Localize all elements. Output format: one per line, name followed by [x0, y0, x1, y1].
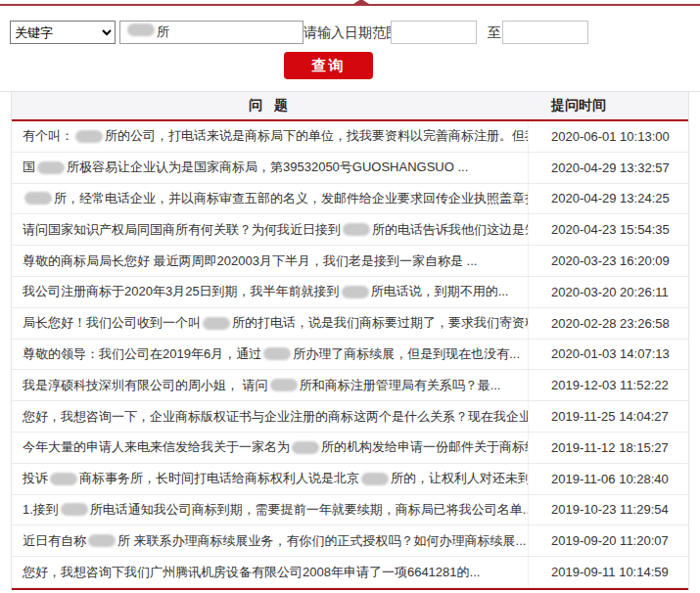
page: 关键字 所 请输入日期范围 至 查询 问 题 提问时间 有个叫：所的公司，打电话… [0, 0, 700, 593]
table-header-row: 问 题 提问时间 [12, 92, 688, 119]
redacted-text [343, 223, 370, 236]
question-text: 我公司注册商标于2020年3月25日到期，我半年前就接到 [23, 283, 340, 300]
time-cell: 2020-04-29 13:24:25 [529, 191, 688, 205]
date-from-input[interactable] [391, 21, 477, 44]
keyword-input[interactable]: 所 [119, 21, 303, 44]
time-cell: 2019-10-23 11:29:54 [529, 502, 688, 517]
question-text: 所和商标注册管理局有关系吗？最... [300, 377, 501, 394]
question-text: 所办理了商标续展，但是到现在也没有... [293, 345, 520, 363]
question-cell[interactable]: 今年大量的申请人来电来信发给我关于一家名为所的机构发给申请一份邮件关于商标续..… [12, 433, 529, 463]
redacted-text [50, 473, 77, 485]
date-range-label: 请输入日期范围 [303, 24, 399, 42]
table-row[interactable]: 尊敬的商标局局长您好 最近两周即202003月下半月，我们老是接到一家自称是 .… [12, 246, 688, 277]
table-row[interactable]: 您好，我想咨询下我们广州腾讯机房设备有限公司2008年申请了一项6641281的… [12, 557, 688, 588]
table-row[interactable]: 近日有自称 所 来联系办理商标续展业务，有你们的正式授权吗？如何办理商标续展..… [12, 525, 688, 557]
question-table: 问 题 提问时间 有个叫：所的公司，打电话来说是商标局下的单位，找我要资料以完善… [11, 92, 689, 590]
table-row[interactable]: 所，经常电话企业，并以商标审查五部的名义，发邮件给企业要求回传企业执照盖章扫..… [12, 184, 688, 215]
question-cell[interactable]: 您好，我想咨询一下，企业商标版权证书与企业注册的商标这两个是什么关系？现在我企业… [12, 401, 529, 432]
question-text: 有个叫： [23, 127, 73, 145]
redacted-text [127, 23, 155, 36]
table-row[interactable]: 今年大量的申请人来电来信发给我关于一家名为所的机构发给申请一份邮件关于商标续..… [12, 433, 688, 464]
question-text: 请问国家知识产权局同国商所有何关联？为何我近日接到 [23, 221, 341, 239]
time-cell: 2020-03-23 16:20:09 [529, 253, 688, 268]
redacted-text [203, 317, 230, 330]
question-text: 今年大量的申请人来电来信发给我关于一家名为 [23, 438, 290, 456]
question-text: 所，经常电话企业，并以商标审查五部的名义，发邮件给企业要求回传企业执照盖章扫..… [54, 190, 529, 207]
time-cell: 2019-11-12 18:15:27 [529, 440, 688, 455]
question-text: 所的公司，打电话来说是商标局下的单位，找我要资料以完善商标注册。但我... [105, 127, 529, 145]
question-cell[interactable]: 我是淳硕科技深圳有限公司的周小姐， 请问所和商标注册管理局有关系吗？最... [12, 370, 529, 400]
question-text: 1.接到 [23, 501, 59, 519]
table-row[interactable]: 投诉商标事务所，长时间打电话给商标权利人说是北京所的，让权利人对还未到续... … [12, 464, 688, 495]
time-cell: 2020-04-29 13:32:57 [529, 160, 688, 175]
redacted-text [342, 286, 369, 298]
time-cell: 2020-03-20 20:26:11 [529, 285, 688, 299]
question-column-header: 问 题 [12, 97, 529, 114]
redacted-text [61, 503, 88, 516]
question-cell[interactable]: 局长您好！我们公司收到一个叫所的打电话，说是我们商标要过期了，要求我们寄资料..… [12, 308, 529, 339]
time-cell: 2019-09-20 11:20:07 [529, 533, 688, 548]
redacted-text [270, 379, 298, 391]
question-text: 所 来联系办理商标续展业务，有你们的正式授权吗？如何办理商标续展... [117, 532, 526, 550]
question-text: 投诉 [23, 470, 48, 487]
table-row[interactable]: 我是淳硕科技深圳有限公司的周小姐， 请问所和商标注册管理局有关系吗？最... 2… [12, 370, 688, 401]
table-row[interactable]: 我公司注册商标于2020年3月25日到期，我半年前就接到所电话说，到期不用的..… [12, 277, 688, 308]
table-row[interactable]: 有个叫：所的公司，打电话来说是商标局下的单位，找我要资料以完善商标注册。但我..… [12, 121, 688, 153]
question-text: 所极容易让企业认为是国家商标局，第39532050号GUOSHANGSUO ..… [67, 159, 468, 176]
time-cell: 2019-11-25 14:04:27 [529, 409, 688, 424]
question-cell[interactable]: 请问国家知识产权局同国商所有何关联？为何我近日接到所的电话告诉我他们这边是知..… [12, 214, 529, 245]
time-cell: 2019-12-03 11:52:22 [529, 378, 688, 392]
question-cell[interactable]: 1.接到所电话通知我公司商标到期，需要提前一年就要续期，商标局已将我公司名单..… [12, 495, 529, 525]
question-text: 所的机构发给申请一份邮件关于商标续... [321, 438, 529, 456]
table-row[interactable]: 请问国家知识产权局同国商所有何关联？为何我近日接到所的电话告诉我他们这边是知..… [12, 214, 688, 246]
top-accent-line [0, 4, 700, 6]
question-text: 所 [157, 24, 169, 39]
table-row[interactable]: 您好，我想咨询一下，企业商标版权证书与企业注册的商标这两个是什么关系？现在我企业… [12, 401, 688, 433]
table-row[interactable]: 国所极容易让企业认为是国家商标局，第39532050号GUOSHANGSUO .… [12, 153, 688, 184]
time-cell: 2020-04-23 15:54:35 [529, 222, 688, 237]
question-text: 所的电话告诉我他们这边是知... [372, 221, 529, 239]
question-cell[interactable]: 所，经常电话企业，并以商标审查五部的名义，发邮件给企业要求回传企业执照盖章扫..… [12, 184, 529, 214]
redacted-text [75, 130, 103, 143]
time-cell: 2020-01-03 14:07:13 [529, 346, 688, 361]
question-cell[interactable]: 投诉商标事务所，长时间打电话给商标权利人说是北京所的，让权利人对还未到续... [12, 464, 529, 494]
question-text: 商标事务所，长时间打电话给商标权利人说是北京 [79, 470, 359, 487]
time-cell: 2020-06-01 10:13:00 [529, 129, 688, 144]
question-cell[interactable]: 尊敬的领导：我们公司在2019年6月，通过所办理了商标续展，但是到现在也没有..… [12, 340, 529, 370]
date-to-input[interactable] [502, 21, 588, 44]
search-button[interactable]: 查询 [284, 52, 373, 79]
question-text: 所的，让权利人对还未到续... [391, 470, 529, 487]
question-text: 您好，我想咨询一下，企业商标版权证书与企业注册的商标这两个是什么关系？现在我企业… [23, 408, 529, 426]
question-text: 所电话通知我公司商标到期，需要提前一年就要续期，商标局已将我公司名单... [90, 501, 529, 519]
question-text: 所的打电话，说是我们商标要过期了，要求我们寄资料... [232, 314, 529, 332]
redacted-text [292, 441, 319, 454]
question-cell[interactable]: 有个叫：所的公司，打电话来说是商标局下的单位，找我要资料以完善商标注册。但我..… [12, 121, 529, 152]
question-cell[interactable]: 近日有自称 所 来联系办理商标续展业务，有你们的正式授权吗？如何办理商标续展..… [12, 525, 529, 556]
time-column-header: 提问时间 [529, 97, 688, 114]
redacted-text [263, 347, 291, 360]
table-row[interactable]: 局长您好！我们公司收到一个叫所的打电话，说是我们商标要过期了，要求我们寄资料..… [12, 308, 688, 340]
table-row[interactable]: 1.接到所电话通知我公司商标到期，需要提前一年就要续期，商标局已将我公司名单..… [12, 495, 688, 526]
table-bottom-line [12, 588, 688, 590]
question-text: 所电话说，到期不用的... [371, 283, 509, 300]
question-text: 您好，我想咨询下我们广州腾讯机房设备有限公司2008年申请了一项6641281的… [23, 564, 480, 581]
redacted-text [37, 161, 65, 174]
question-text: 尊敬的领导：我们公司在2019年6月，通过 [23, 345, 261, 363]
question-text: 尊敬的商标局局长您好 最近两周即202003月下半月，我们老是接到一家自称是 .… [23, 252, 477, 270]
time-cell: 2019-09-11 10:14:59 [529, 565, 688, 579]
question-text: 局长您好！我们公司收到一个叫 [23, 314, 201, 332]
question-table-body: 有个叫：所的公司，打电话来说是商标局下的单位，找我要资料以完善商标注册。但我..… [12, 121, 688, 588]
search-type-select[interactable]: 关键字 [10, 21, 116, 44]
table-row[interactable]: 尊敬的领导：我们公司在2019年6月，通过所办理了商标续展，但是到现在也没有..… [12, 340, 688, 371]
question-cell[interactable]: 我公司注册商标于2020年3月25日到期，我半年前就接到所电话说，到期不用的..… [12, 277, 529, 307]
date-to-label: 至 [488, 24, 501, 42]
question-text: 我是淳硕科技深圳有限公司的周小姐， 请问 [23, 377, 268, 394]
time-cell: 2019-11-06 10:28:40 [529, 472, 688, 486]
question-text: 近日有自称 [23, 532, 86, 550]
question-cell[interactable]: 您好，我想咨询下我们广州腾讯机房设备有限公司2008年申请了一项6641281的… [12, 557, 529, 587]
question-cell[interactable]: 国所极容易让企业认为是国家商标局，第39532050号GUOSHANGSUO .… [12, 153, 529, 183]
question-cell[interactable]: 尊敬的商标局局长您好 最近两周即202003月下半月，我们老是接到一家自称是 .… [12, 246, 529, 276]
redacted-text [24, 192, 52, 205]
time-cell: 2020-02-28 23:26:58 [529, 316, 688, 331]
question-text: 国 [23, 159, 35, 176]
